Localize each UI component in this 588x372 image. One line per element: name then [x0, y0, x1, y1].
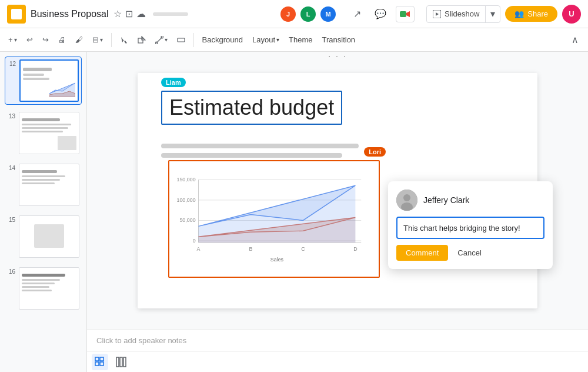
slide-thumb-16[interactable]: 16 — [5, 265, 82, 312]
chat-icon[interactable]: 💬 — [372, 6, 389, 22]
svg-text:B: B — [249, 246, 253, 252]
slideshow-button[interactable]: Slideshow ▾ — [426, 5, 500, 23]
slide-preview-13 — [19, 112, 79, 154]
doc-title: Business Proposal — [31, 9, 109, 19]
comment-submit-button[interactable]: Comment — [396, 245, 448, 261]
slide-num-15: 15 — [7, 217, 15, 223]
undo-button[interactable]: ↩ — [23, 32, 36, 48]
cancel-button[interactable]: Cancel — [453, 245, 486, 261]
cursor-icon — [120, 36, 128, 44]
thumb-content-16 — [19, 268, 79, 309]
slide-thumb-12[interactable]: 12 — [5, 57, 82, 105]
collapse-toolbar-button[interactable]: ∧ — [567, 32, 583, 48]
slide-thumb-15[interactable]: 15 — [5, 213, 82, 260]
comment-popup: Jeffery Clark This chart helps bridging … — [388, 181, 553, 269]
filmstrip-view-button[interactable] — [113, 354, 129, 370]
trending-icon[interactable]: ↗ — [349, 6, 365, 22]
avatar-1: J — [279, 5, 297, 23]
add-button[interactable]: + ▾ — [5, 32, 21, 48]
title-bar: Business Proposal ☆ ⊡ ☁ J L M ↗ 💬 Slides… — [0, 0, 588, 28]
slide-num-13: 13 — [7, 113, 15, 119]
folder-icon[interactable]: ⊡ — [125, 8, 133, 19]
print-button[interactable]: 🖨 — [55, 32, 69, 48]
cloud-icon[interactable]: ☁ — [136, 8, 146, 19]
slideshow-dropdown[interactable]: ▾ — [486, 6, 500, 22]
liam-cursor-area: Liam Estimated budget — [161, 91, 342, 125]
more-icon — [177, 36, 185, 44]
chart-box[interactable]: 150,000 100,000 50,000 0 — [168, 160, 380, 278]
share-button[interactable]: 👥 Share — [505, 6, 557, 22]
svg-text:A: A — [197, 246, 201, 252]
liam-label: Liam — [161, 78, 186, 87]
svg-text:150,000: 150,000 — [176, 177, 195, 182]
share-label: Share — [527, 9, 548, 18]
cursor-tool[interactable] — [116, 32, 132, 48]
svg-text:D: D — [353, 246, 357, 252]
avatar-2: L — [299, 5, 317, 23]
slide-thumb-13[interactable]: 13 — [5, 109, 82, 157]
grid-icon — [95, 357, 105, 367]
svg-text:50,000: 50,000 — [179, 217, 195, 223]
background-button[interactable]: Background — [199, 32, 246, 48]
paint-button[interactable]: 🖌 — [72, 32, 86, 48]
comment-header: Jeffery Clark — [396, 190, 544, 211]
svg-line-9 — [156, 37, 162, 43]
slideshow-main[interactable]: Slideshow — [427, 6, 486, 22]
thumb-content-14 — [19, 164, 79, 205]
comment-input[interactable]: This chart helps bridging the story! — [396, 217, 544, 239]
svg-rect-0 — [400, 11, 406, 17]
svg-rect-39 — [100, 362, 103, 366]
svg-text:100,000: 100,000 — [176, 197, 195, 203]
more-tools[interactable] — [173, 32, 189, 48]
layout-button[interactable]: Layout ▾ — [249, 32, 283, 48]
zoom-button[interactable]: ⊟ ▾ — [89, 32, 106, 48]
meet-icon[interactable] — [396, 6, 415, 22]
toolbar-icons: ↗ 💬 — [349, 6, 415, 22]
slide-preview-15 — [19, 215, 79, 258]
svg-marker-3 — [436, 12, 439, 16]
slide-preview-12 — [19, 59, 79, 102]
slideshow-label: Slideshow — [445, 9, 479, 18]
slide-num-16: 16 — [7, 268, 15, 275]
slide-panel: 12 13 — [0, 52, 87, 372]
ph-line-1 — [161, 144, 359, 148]
commenter-name: Jeffery Clark — [423, 195, 469, 205]
thumb-chart-12 — [49, 81, 75, 97]
slide-num-12: 12 — [8, 61, 16, 67]
redo-button[interactable]: ↪ — [39, 32, 52, 48]
app-icon-inner — [11, 9, 22, 19]
slide-preview-16 — [19, 267, 79, 310]
svg-rect-41 — [120, 357, 122, 367]
speaker-notes[interactable]: · · · Click to add speaker notes — [87, 330, 588, 351]
liam-cursor: Liam Estimated budget — [161, 91, 342, 125]
svg-rect-37 — [100, 357, 103, 361]
chart-svg: 150,000 100,000 50,000 0 — [175, 167, 373, 271]
svg-text:C: C — [301, 246, 305, 252]
lori-cursor: Lori 150,000 100,000 — [168, 160, 386, 278]
filmstrip-icon — [116, 357, 126, 367]
slide-canvas[interactable]: Liam Estimated budget Lori — [87, 52, 588, 330]
svg-rect-10 — [178, 38, 185, 42]
svg-marker-4 — [121, 37, 127, 44]
slide-thumb-14[interactable]: 14 — [5, 161, 82, 208]
shapes-button[interactable] — [134, 32, 149, 48]
app-icon — [7, 5, 26, 24]
comment-text: This chart helps bridging the story! — [403, 224, 520, 232]
view-toggles — [87, 351, 588, 372]
share-icon: 👥 — [514, 9, 524, 18]
user-avatar[interactable]: U — [562, 5, 581, 24]
thumb-content-12 — [21, 61, 78, 101]
theme-button[interactable]: Theme — [285, 32, 316, 48]
svg-text:0: 0 — [193, 238, 196, 244]
toolbar2: + ▾ ↩ ↪ 🖨 🖌 ⊟ ▾ ▾ Background Layout — [0, 28, 588, 52]
slide-title: Estimated budget — [169, 95, 334, 119]
transition-button[interactable]: Transition — [319, 32, 359, 48]
svg-rect-40 — [116, 357, 119, 367]
notes-drag-handle: · · · — [328, 52, 347, 61]
title-text-box[interactable]: Estimated budget — [161, 91, 342, 125]
speaker-notes-placeholder: Click to add speaker notes — [96, 336, 186, 345]
line-tool[interactable]: ▾ — [152, 32, 171, 48]
grid-view-button[interactable] — [92, 354, 108, 370]
breadcrumb-dots — [153, 12, 188, 16]
star-icon[interactable]: ☆ — [113, 8, 122, 19]
